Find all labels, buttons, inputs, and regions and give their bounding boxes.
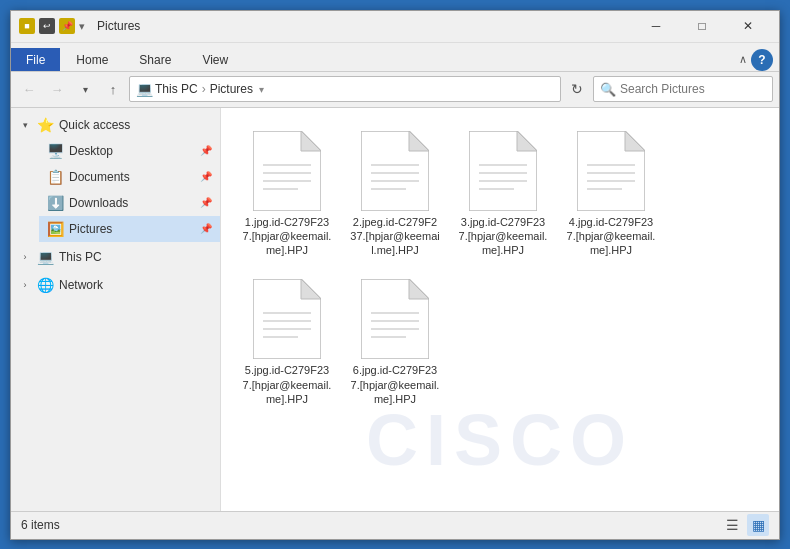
desktop-pin: 📌: [200, 145, 212, 156]
downloads-icon: ⬇️: [47, 195, 63, 211]
file-name-5: 5.jpg.id-C279F237.[hpjar@keemail.me].HPJ: [242, 363, 332, 406]
explorer-window: ■ ↩ 📌 ▾ Pictures ─ □ ✕ File Home Share V…: [10, 10, 780, 540]
address-path[interactable]: 💻 This PC › Pictures ▾: [129, 76, 561, 102]
file-icon-3: [469, 131, 537, 211]
quick-save-area: ■ ↩ 📌 ▾: [19, 18, 85, 34]
quickaccess-label: Quick access: [59, 118, 212, 132]
search-input[interactable]: [620, 82, 770, 96]
undo-icon: ↩: [39, 18, 55, 34]
network-label: Network: [59, 278, 212, 292]
sidebar-item-downloads[interactable]: ⬇️ Downloads 📌: [39, 190, 220, 216]
close-button[interactable]: ✕: [725, 10, 771, 42]
main-content: ▾ ⭐ Quick access 🖥️ Desktop 📌 📋 Document…: [11, 108, 779, 511]
file-item-2[interactable]: 2.jpeg.id-C279F237.[hpjar@keemail.me].HP…: [345, 124, 445, 265]
file-item-6[interactable]: 6.jpg.id-C279F237.[hpjar@keemail.me].HPJ: [345, 272, 445, 413]
file-icon-4: [577, 131, 645, 211]
file-icon-2: [361, 131, 429, 211]
window-title: Pictures: [93, 19, 633, 33]
ribbon-collapse-btn[interactable]: ∧: [739, 53, 747, 66]
file-icon-6: [361, 279, 429, 359]
documents-icon: 📋: [47, 169, 63, 185]
quickaccess-children: 🖥️ Desktop 📌 📋 Documents 📌 ⬇️ Downloads …: [11, 138, 220, 242]
ribbon-arrow[interactable]: ▾: [79, 20, 85, 33]
up-button[interactable]: ↑: [101, 77, 125, 101]
view-controls: ☰ ▦: [721, 514, 769, 536]
desktop-label: Desktop: [69, 144, 194, 158]
path-chevron: ▾: [259, 84, 264, 95]
title-bar: ■ ↩ 📌 ▾ Pictures ─ □ ✕: [11, 11, 779, 43]
window-controls: ─ □ ✕: [633, 10, 771, 42]
search-box[interactable]: 🔍: [593, 76, 773, 102]
sidebar-section-network: › 🌐 Network: [11, 272, 220, 298]
pictures-label: Pictures: [69, 222, 194, 236]
svg-marker-13: [517, 131, 537, 151]
minimize-button[interactable]: ─: [633, 10, 679, 42]
item-count: 6 items: [21, 518, 60, 532]
save-icon: ■: [19, 18, 35, 34]
svg-marker-1: [301, 131, 321, 151]
back-button[interactable]: ←: [17, 77, 41, 101]
thispc-expand-icon: ›: [19, 252, 31, 262]
status-bar: 6 items ☰ ▦: [11, 511, 779, 539]
address-bar: ← → ▾ ↑ 💻 This PC › Pictures ▾ ↻ 🔍: [11, 72, 779, 108]
svg-marker-7: [409, 131, 429, 151]
ribbon: File Home Share View ∧ ?: [11, 43, 779, 72]
file-item-4[interactable]: 4.jpg.id-C279F237.[hpjar@keemail.me].HPJ: [561, 124, 661, 265]
tab-file[interactable]: File: [11, 48, 60, 71]
tab-share[interactable]: Share: [124, 48, 186, 71]
sidebar-section-thispc: › 💻 This PC: [11, 244, 220, 270]
pictures-icon: 🖼️: [47, 221, 63, 237]
downloads-pin: 📌: [200, 197, 212, 208]
file-icon-1: [253, 131, 321, 211]
svg-marker-19: [625, 131, 645, 151]
help-button[interactable]: ?: [751, 49, 773, 71]
downloads-label: Downloads: [69, 196, 194, 210]
svg-marker-25: [301, 279, 321, 299]
tab-view[interactable]: View: [187, 48, 243, 71]
file-icon-5: [253, 279, 321, 359]
refresh-button[interactable]: ↻: [565, 77, 589, 101]
file-name-2: 2.jpeg.id-C279F237.[hpjar@keemail.me].HP…: [350, 215, 440, 258]
details-view-button[interactable]: ☰: [721, 514, 743, 536]
expand-icon: ▾: [19, 120, 31, 130]
file-item-1[interactable]: 1.jpg.id-C279F237.[hpjar@keemail.me].HPJ: [237, 124, 337, 265]
documents-label: Documents: [69, 170, 194, 184]
desktop-icon: 🖥️: [47, 143, 63, 159]
this-pc-icon: 💻: [136, 81, 153, 97]
svg-marker-31: [409, 279, 429, 299]
path-this-pc: This PC: [155, 82, 198, 96]
ribbon-tabs: File Home Share View ∧ ?: [11, 43, 779, 71]
path-pictures: Pictures: [210, 82, 253, 96]
sidebar-item-quickaccess[interactable]: ▾ ⭐ Quick access: [11, 112, 220, 138]
file-name-6: 6.jpg.id-C279F237.[hpjar@keemail.me].HPJ: [350, 363, 440, 406]
network-icon: 🌐: [37, 277, 53, 293]
tab-home[interactable]: Home: [61, 48, 123, 71]
pictures-pin: 📌: [200, 223, 212, 234]
file-name-1: 1.jpg.id-C279F237.[hpjar@keemail.me].HPJ: [242, 215, 332, 258]
file-area: CISCO 1.jpg.id-C279F237.[hpjar@keemail.m…: [221, 108, 779, 511]
file-item-5[interactable]: 5.jpg.id-C279F237.[hpjar@keemail.me].HPJ: [237, 272, 337, 413]
forward-button[interactable]: →: [45, 77, 69, 101]
sidebar-item-desktop[interactable]: 🖥️ Desktop 📌: [39, 138, 220, 164]
search-icon: 🔍: [600, 82, 616, 97]
sidebar-item-network[interactable]: › 🌐 Network: [11, 272, 220, 298]
sidebar-item-pictures[interactable]: 🖼️ Pictures 📌: [39, 216, 220, 242]
thispc-icon: 💻: [37, 249, 53, 265]
thispc-label: This PC: [59, 250, 212, 264]
sidebar-item-thispc[interactable]: › 💻 This PC: [11, 244, 220, 270]
file-name-3: 3.jpg.id-C279F237.[hpjar@keemail.me].HPJ: [458, 215, 548, 258]
sidebar-section-quickaccess: ▾ ⭐ Quick access 🖥️ Desktop 📌 📋 Document…: [11, 112, 220, 242]
pin-icon: 📌: [59, 18, 75, 34]
sidebar-item-documents[interactable]: 📋 Documents 📌: [39, 164, 220, 190]
files-grid: 1.jpg.id-C279F237.[hpjar@keemail.me].HPJ…: [229, 116, 771, 422]
recent-button[interactable]: ▾: [73, 77, 97, 101]
file-item-3[interactable]: 3.jpg.id-C279F237.[hpjar@keemail.me].HPJ: [453, 124, 553, 265]
quickaccess-icon: ⭐: [37, 117, 53, 133]
maximize-button[interactable]: □: [679, 10, 725, 42]
path-separator-1: ›: [202, 82, 206, 96]
sidebar: ▾ ⭐ Quick access 🖥️ Desktop 📌 📋 Document…: [11, 108, 221, 511]
network-expand-icon: ›: [19, 280, 31, 290]
large-icons-view-button[interactable]: ▦: [747, 514, 769, 536]
documents-pin: 📌: [200, 171, 212, 182]
file-name-4: 4.jpg.id-C279F237.[hpjar@keemail.me].HPJ: [566, 215, 656, 258]
